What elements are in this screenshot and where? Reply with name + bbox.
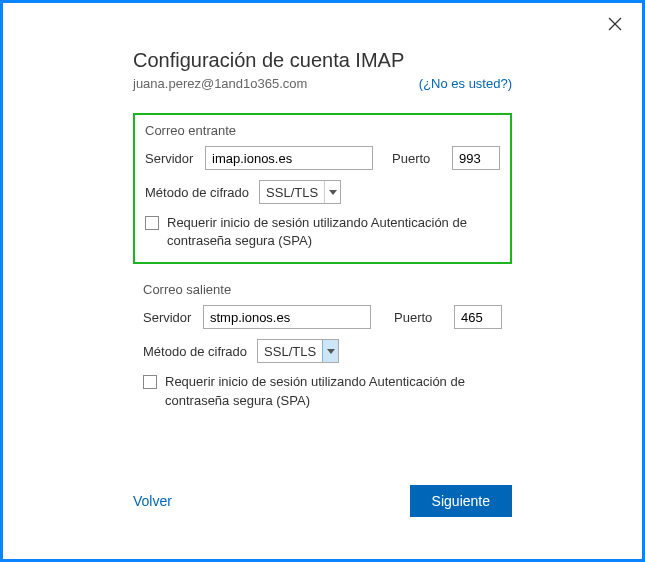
close-button[interactable] xyxy=(608,17,624,33)
incoming-encryption-label: Método de cifrado xyxy=(145,185,249,200)
svg-marker-2 xyxy=(329,190,337,195)
outgoing-spa-label: Requerir inicio de sesión utilizando Aut… xyxy=(165,373,502,409)
incoming-port-label: Puerto xyxy=(392,151,442,166)
incoming-server-label: Servidor xyxy=(145,151,195,166)
next-button[interactable]: Siguiente xyxy=(410,485,512,517)
incoming-port-input[interactable] xyxy=(452,146,500,170)
outgoing-port-input[interactable] xyxy=(454,305,502,329)
outgoing-section: Correo saliente Servidor Puerto Método d… xyxy=(133,274,512,421)
incoming-server-input[interactable] xyxy=(205,146,373,170)
outgoing-encryption-select[interactable]: SSL/TLS xyxy=(257,339,339,363)
chevron-down-icon xyxy=(324,181,340,203)
outgoing-spa-checkbox[interactable] xyxy=(143,375,157,389)
close-icon xyxy=(608,17,622,31)
svg-marker-3 xyxy=(327,349,335,354)
incoming-spa-checkbox[interactable] xyxy=(145,216,159,230)
outgoing-port-label: Puerto xyxy=(394,310,444,325)
incoming-heading: Correo entrante xyxy=(145,123,500,138)
incoming-spa-label: Requerir inicio de sesión utilizando Aut… xyxy=(167,214,500,250)
page-title: Configuración de cuenta IMAP xyxy=(133,49,512,72)
outgoing-heading: Correo saliente xyxy=(143,282,502,297)
account-email: juana.perez@1and1o365.com xyxy=(133,76,307,91)
outgoing-encryption-value: SSL/TLS xyxy=(258,344,322,359)
incoming-section: Correo entrante Servidor Puerto Método d… xyxy=(133,113,512,264)
incoming-encryption-value: SSL/TLS xyxy=(260,185,324,200)
not-you-link[interactable]: (¿No es usted?) xyxy=(419,76,512,91)
chevron-down-icon xyxy=(322,340,338,362)
back-button[interactable]: Volver xyxy=(133,493,172,509)
outgoing-server-label: Servidor xyxy=(143,310,193,325)
incoming-encryption-select[interactable]: SSL/TLS xyxy=(259,180,341,204)
outgoing-server-input[interactable] xyxy=(203,305,371,329)
outgoing-encryption-label: Método de cifrado xyxy=(143,344,247,359)
